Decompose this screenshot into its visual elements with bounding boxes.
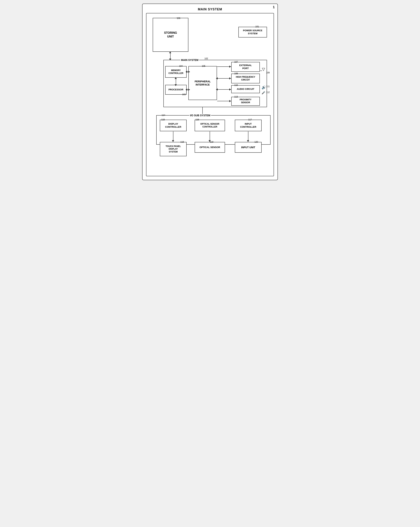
ref-120: 120 — [254, 141, 258, 143]
display-controller-block: DISPLAYCONTROLLER — [160, 120, 187, 131]
ref-112: 112 — [266, 91, 270, 94]
ref-102: 102 — [204, 57, 208, 60]
ref-101: 101 — [255, 25, 259, 28]
main-system-label: MAIN SYSTEM — [180, 59, 199, 61]
page: 1 MAIN SYSTEM STORINGUNIT 106 ⌒ POWER SO… — [142, 4, 278, 180]
ref-111: 111 — [266, 85, 270, 88]
ref-107: 107 — [234, 61, 238, 63]
terminal-device-title: MAIN SYSTEM — [146, 8, 274, 11]
power-source-block: POWER SOURCESYSTEM — [238, 27, 267, 37]
ref-105: 105 — [202, 65, 205, 67]
outer-border: STORINGUNIT 106 ⌒ POWER SOURCESYSTEM 101… — [146, 13, 274, 176]
high-freq-block: HIGH FREQUENCYCIRCUIT — [231, 74, 260, 83]
io-subsystem-label: I/O SUB SYSTEM — [189, 114, 211, 117]
peripheral-interface-block: PERIPHERALINTERFACE — [188, 66, 217, 100]
storing-unit-block: STORINGUNIT — [153, 18, 188, 52]
touch-panel-block: TOUCH PANELDISPLAYSYSTEM — [160, 142, 187, 156]
mic-icon: 🎤 — [262, 91, 265, 94]
diagram: STORINGUNIT 106 ⌒ POWER SOURCESYSTEM 101… — [149, 16, 271, 173]
input-unit-block: INPUT UNIT — [235, 142, 262, 153]
proximity-sensor-block: PROXIMITYSENSOR — [231, 97, 260, 106]
ref-104: 104 — [179, 65, 183, 67]
page-number: 1 — [273, 5, 275, 9]
ref-113: 113 — [234, 96, 238, 98]
ref-115: 115 — [161, 118, 165, 121]
input-controller-block: INPUTCONTROLLER — [235, 120, 262, 131]
memory-controller-block: MEMORYCONTROLLER — [165, 66, 187, 78]
ref-110: 110 — [234, 84, 238, 87]
ref-103: 103 — [182, 93, 186, 96]
ref-109: 109 — [266, 71, 270, 74]
external-port-block: EXTERNALPORT — [231, 62, 260, 72]
ref-114: 114 — [162, 114, 165, 116]
ref-119: 119 — [210, 141, 213, 143]
ref-116: 116 — [196, 118, 199, 121]
speaker-icon: 🔊 — [262, 85, 266, 89]
ref-118: 118 — [180, 141, 184, 143]
optical-sensor-controller-block: OPTICAL SENSORCONTROLLER — [195, 120, 225, 131]
antenna-icon: ▽ — [262, 67, 265, 72]
ref-108: 108 — [234, 72, 238, 75]
optical-sensor-block: OPTICAL SENSOR — [195, 142, 225, 153]
ref-117: 117 — [248, 118, 252, 121]
